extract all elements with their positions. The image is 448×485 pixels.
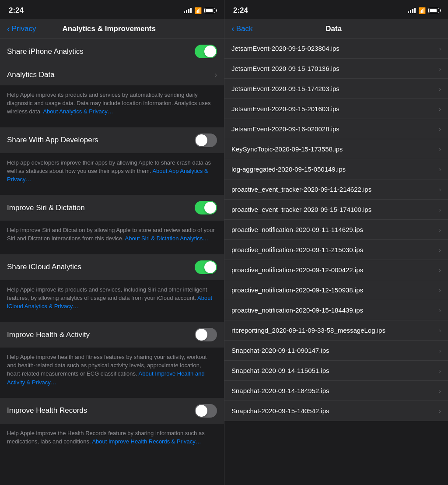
list-item[interactable]: JetsamEvent-2020-09-15-170136.ips›	[224, 59, 448, 79]
share-icloud-description-text: Help Apple improve its products and serv…	[7, 286, 212, 309]
improve-siri-section: Improve Siri & Dictation	[0, 195, 224, 221]
improve-siri-label: Improve Siri & Dictation	[7, 204, 85, 212]
data-item-chevron: ›	[439, 105, 441, 112]
data-list: JetsamEvent-2020-09-15-023804.ips›Jetsam…	[224, 39, 448, 485]
share-developers-row[interactable]: Share With App Developers	[0, 127, 224, 153]
data-item-chevron: ›	[439, 367, 441, 374]
data-item-label: JetsamEvent-2020-09-15-201603.ips	[231, 105, 435, 112]
analytics-data-label: Analytics Data	[7, 70, 55, 79]
improve-siri-row[interactable]: Improve Siri & Dictation	[0, 195, 224, 221]
time-left: 2:24	[9, 6, 24, 15]
time-right: 2:24	[233, 6, 248, 15]
improve-siri-description-block: Help improve Siri and Dictation by allow…	[0, 221, 224, 250]
list-item[interactable]: rtcreportingd_2020-09-11-09-33-58_messag…	[224, 320, 448, 341]
analytics-description-text: Help Apple improve its products and serv…	[7, 91, 210, 115]
list-item[interactable]: JetsamEvent-2020-09-15-023804.ips›	[224, 39, 448, 59]
list-item[interactable]: Snapchat-2020-09-14-184952.ips›	[224, 381, 448, 401]
share-iphone-analytics-toggle[interactable]	[195, 45, 217, 58]
settings-content: Share iPhone Analytics Analytics Data › …	[0, 39, 224, 485]
data-item-label: proactive_notification-2020-09-11-215030…	[231, 246, 435, 253]
data-item-label: proactive_event_tracker-2020-09-11-21462…	[231, 186, 435, 193]
data-item-label: proactive_notification-2020-09-12-150938…	[231, 286, 435, 294]
data-item-chevron: ›	[439, 126, 441, 133]
improve-siri-toggle[interactable]	[195, 201, 217, 214]
wifi-icon-right: 📶	[418, 7, 426, 14]
share-icloud-label: Share iCloud Analytics	[7, 263, 81, 271]
list-item[interactable]: Snapchat-2020-09-14-115051.ips›	[224, 361, 448, 381]
share-developers-toggle[interactable]	[195, 134, 217, 147]
improve-health-description-block: Help Apple improve health and fitness fe…	[0, 348, 224, 394]
list-item[interactable]: KeySyncTopic-2020-09-15-173558.ips›	[224, 139, 448, 159]
toggle-knob-5	[196, 329, 207, 341]
list-item[interactable]: proactive_notification-2020-09-12-000422…	[224, 260, 448, 280]
status-icons-right: 📶	[408, 7, 439, 14]
improve-health-label: Improve Health & Activity	[7, 330, 90, 339]
signal-icon-left	[184, 8, 192, 13]
signal-icon-right	[408, 8, 416, 13]
list-item[interactable]: proactive_notification-2020-09-11-215030…	[224, 240, 448, 260]
data-item-label: proactive_event_tracker-2020-09-15-17410…	[231, 206, 435, 213]
right-panel: 2:24 📶 ‹ Back Data JetsamEvent-2020-09-1…	[224, 0, 448, 485]
left-panel: 2:24 📶 ‹ Privacy Analytics & Improvement…	[0, 0, 224, 485]
share-iphone-analytics-row[interactable]: Share iPhone Analytics	[0, 39, 224, 64]
improve-health-description-text: Help Apple improve health and fitness fe…	[7, 354, 206, 386]
data-item-chevron: ›	[439, 267, 441, 274]
list-item[interactable]: Snapchat-2020-09-15-140542.ips›	[224, 401, 448, 421]
data-item-label: JetsamEvent-2020-09-16-020028.ips	[231, 125, 435, 133]
share-icloud-description-block: Help Apple improve its products and serv…	[0, 280, 224, 318]
toggle-knob-2	[196, 134, 207, 146]
list-item[interactable]: proactive_notification-2020-09-11-114629…	[224, 220, 448, 240]
data-item-label: JetsamEvent-2020-09-15-174203.ips	[231, 85, 435, 92]
battery-icon-left	[204, 8, 215, 13]
toggle-knob	[204, 46, 216, 57]
data-item-label: rtcreportingd_2020-09-11-09-33-58_messag…	[231, 327, 435, 334]
toggle-knob-4	[204, 261, 216, 273]
data-item-chevron: ›	[439, 408, 441, 415]
improve-health-records-toggle[interactable]	[195, 404, 217, 418]
list-item[interactable]: JetsamEvent-2020-09-15-174203.ips›	[224, 79, 448, 99]
data-item-chevron: ›	[439, 166, 441, 173]
data-item-chevron: ›	[439, 85, 441, 92]
analytics-description-block: Help Apple improve its products and serv…	[0, 85, 224, 123]
page-title-right: Data	[226, 25, 441, 33]
separator-2	[0, 190, 224, 195]
improve-siri-link[interactable]: About Siri & Dictation Analytics…	[125, 235, 209, 242]
improve-health-row[interactable]: Improve Health & Activity	[0, 322, 224, 348]
list-item[interactable]: Snapchat-2020-09-11-090147.ips›	[224, 341, 448, 361]
share-icloud-row[interactable]: Share iCloud Analytics	[0, 254, 224, 280]
analytics-data-section: Analytics Data ›	[0, 64, 224, 85]
data-item-chevron: ›	[439, 206, 441, 213]
improve-health-records-description-text: Help Apple improve the Health Records fe…	[7, 430, 205, 445]
share-icloud-toggle[interactable]	[195, 260, 217, 274]
share-developers-description-block: Help app developers improve their apps b…	[0, 153, 224, 191]
improve-health-toggle[interactable]	[195, 328, 217, 341]
list-item[interactable]: proactive_notification-2020-09-12-150938…	[224, 280, 448, 300]
data-item-chevron: ›	[439, 45, 441, 52]
improve-siri-description-text: Help improve Siri and Dictation by allow…	[7, 227, 215, 242]
separator-4	[0, 317, 224, 322]
data-item-label: proactive_notification-2020-09-12-000422…	[231, 266, 435, 274]
data-item-label: JetsamEvent-2020-09-15-170136.ips	[231, 65, 435, 72]
list-item[interactable]: JetsamEvent-2020-09-15-201603.ips›	[224, 99, 448, 119]
battery-icon-right	[428, 8, 439, 13]
share-icloud-section: Share iCloud Analytics	[0, 254, 224, 280]
improve-health-records-link[interactable]: About Improve Health Records & Privacy…	[92, 438, 201, 445]
list-item[interactable]: log-aggregated-2020-09-15-050149.ips›	[224, 159, 448, 179]
analytics-data-row[interactable]: Analytics Data ›	[0, 64, 224, 85]
analytics-link[interactable]: About Analytics & Privacy…	[43, 108, 113, 115]
nav-bar-right: ‹ Back Data	[224, 19, 448, 39]
data-item-label: JetsamEvent-2020-09-15-023804.ips	[231, 45, 435, 52]
list-item[interactable]: proactive_event_tracker-2020-09-11-21462…	[224, 179, 448, 200]
separator-3	[0, 250, 224, 254]
data-item-chevron: ›	[439, 307, 441, 314]
list-item[interactable]: proactive_notification-2020-09-15-184439…	[224, 300, 448, 320]
status-bar-left: 2:24 📶	[0, 0, 224, 19]
page-title-left: Analytics & Improvements	[1, 25, 217, 33]
list-item[interactable]: JetsamEvent-2020-09-16-020028.ips›	[224, 119, 448, 139]
data-item-label: proactive_notification-2020-09-11-114629…	[231, 226, 435, 233]
data-item-chevron: ›	[439, 65, 441, 72]
toggle-knob-6	[196, 405, 207, 417]
list-item[interactable]: proactive_event_tracker-2020-09-15-17410…	[224, 200, 448, 220]
improve-health-records-row[interactable]: Improve Health Records	[0, 398, 224, 424]
data-item-label: proactive_notification-2020-09-15-184439…	[231, 306, 435, 314]
